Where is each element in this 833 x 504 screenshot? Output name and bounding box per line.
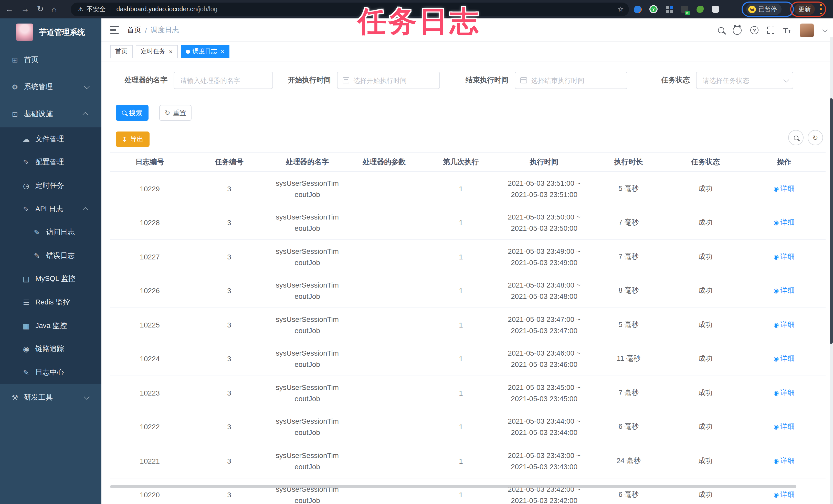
filter-input-box[interactable] — [696, 72, 793, 89]
home-icon[interactable]: ⌂ — [51, 5, 57, 14]
cell-handler-name: sysUserSessionTimeoutJob — [269, 172, 346, 205]
detail-link[interactable]: ◉ 详细 — [774, 490, 795, 500]
tab-定时任务[interactable]: 定时任务 × — [136, 45, 178, 58]
tab-close-icon[interactable]: × — [221, 48, 224, 54]
sidebar-item-文件管理[interactable]: ☁ 文件管理 — [0, 127, 101, 151]
detail-link[interactable]: ◉ 详细 — [774, 354, 795, 363]
sidebar-item-Java 监控[interactable]: ▥ Java 监控 — [0, 314, 101, 337]
cell-execute-index: 1 — [423, 206, 499, 240]
execute-time-end: 2021-05-03 23:48:00 — [511, 291, 577, 302]
cell-handler-param — [346, 206, 423, 240]
filter-input-开始执行时间[interactable] — [352, 76, 434, 85]
column-header-第几次执行: 第几次执行 — [423, 153, 499, 171]
security-warning-icon[interactable]: ⚠ — [78, 6, 84, 13]
sidebar-item-链路追踪[interactable]: ◉ 链路追踪 — [0, 337, 101, 361]
detail-link[interactable]: ◉ 详细 — [774, 184, 795, 194]
tab-label: 调度日志 — [193, 47, 217, 56]
browser-address-bar[interactable]: ⚠ 不安全 dashboard.yudao.iocoder.cn/job/log… — [71, 2, 629, 16]
cell-handler-param — [346, 410, 423, 444]
detail-link[interactable]: ◉ 详细 — [774, 456, 795, 465]
vertical-scrollbar-thumb[interactable] — [830, 98, 833, 344]
horizontal-scrollbar[interactable] — [110, 485, 796, 488]
sidebar-item-基础设施[interactable]: ⊡ 基础设施 — [0, 100, 101, 127]
breadcrumb-home[interactable]: 首页 — [127, 26, 141, 35]
execute-time-end: 2021-05-03 23:44:00 — [511, 427, 577, 438]
cell-status: 成功 — [668, 376, 743, 410]
detail-link[interactable]: ◉ 详细 — [774, 252, 795, 261]
refresh-table-button[interactable]: ↻ — [808, 130, 823, 145]
cell-action: ◉ 详细 — [743, 172, 826, 205]
app-logo-row[interactable]: 芋道管理系统 — [0, 19, 101, 46]
sidebar-item-API 日志[interactable]: ✎ API 日志 — [0, 198, 101, 221]
search-icon[interactable] — [718, 27, 724, 33]
sidebar-item-MySQL 监控[interactable]: ▤ MySQL 监控 — [0, 267, 101, 291]
hamburger-icon[interactable] — [110, 26, 119, 34]
reload-icon[interactable]: ↻ — [37, 5, 44, 13]
sidebar-item-日志中心[interactable]: ✎ 日志中心 — [0, 361, 101, 384]
back-icon[interactable]: ← — [5, 5, 13, 13]
sidebar-item-首页[interactable]: ⊞ 首页 — [0, 46, 101, 73]
sidebar-item-label: API 日志 — [35, 204, 84, 213]
update-chip[interactable]: 更新 — [794, 4, 815, 15]
filter-input-任务状态[interactable] — [701, 76, 781, 85]
refresh-icon: ↻ — [812, 134, 818, 142]
sidebar-item-Redis 监控[interactable]: ☰ Redis 监控 — [0, 291, 101, 314]
vertical-scrollbar-track[interactable] — [829, 37, 833, 504]
tab-调度日志[interactable]: 调度日志 × — [181, 45, 230, 58]
filter-input-处理器的名字[interactable] — [179, 76, 267, 85]
cell-status: 成功 — [668, 308, 743, 342]
page-content: 处理器的名字 开始执行时间 结束执行时间 任务状态 — [101, 61, 833, 504]
green-leaf-extension-icon[interactable] — [696, 6, 704, 13]
detail-link[interactable]: ◉ 详细 — [774, 388, 795, 398]
table-row-10223: 10223 3 sysUserSessionTimeoutJob 1 2021-… — [110, 376, 826, 410]
gray-puzzle-extension-icon[interactable] — [712, 6, 719, 13]
cell-handler-name: sysUserSessionTimeoutJob — [269, 444, 346, 478]
execute-time-end: 2021-05-03 23:51:00 — [511, 189, 577, 200]
chevron-down-icon[interactable] — [822, 27, 827, 32]
filter-input-box[interactable] — [515, 72, 627, 89]
toggle-search-button[interactable] — [788, 130, 804, 145]
tab-首页[interactable]: 首页 — [110, 45, 133, 58]
font-size-icon[interactable]: TT — [783, 26, 791, 34]
cell-status: 成功 — [668, 444, 743, 478]
table-row-10222: 10222 3 sysUserSessionTimeoutJob 1 2021-… — [110, 410, 826, 444]
cell-handler-param — [346, 478, 423, 504]
search-button[interactable]: 搜索 — [116, 105, 148, 121]
security-label: 不安全 — [87, 5, 106, 14]
sidebar-item-访问日志[interactable]: ✎ 访问日志 — [0, 221, 101, 244]
help-icon[interactable]: ? — [750, 26, 759, 34]
detail-link[interactable]: ◉ 详细 — [774, 422, 795, 432]
cell-handler-name: sysUserSessionTimeoutJob — [269, 478, 346, 504]
cell-log-id: 10220 — [110, 478, 190, 504]
filter-group: 处理器的名字 — [124, 72, 273, 89]
sidebar-item-label: 系统管理 — [24, 82, 84, 91]
user-avatar[interactable] — [800, 23, 813, 37]
cell-execute-index: 1 — [423, 478, 499, 504]
cell-handler-name: sysUserSessionTimeoutJob — [269, 376, 346, 410]
sidebar-item-系统管理[interactable]: ⚙ 系统管理 — [0, 73, 101, 100]
profile-paused-chip[interactable]: 已暂停 — [746, 4, 782, 15]
sidebar-item-研发工具[interactable]: ⚒ 研发工具 — [0, 384, 101, 411]
bookmark-star-icon[interactable]: ☆ — [617, 5, 624, 13]
detail-link[interactable]: ◉ 详细 — [774, 320, 795, 329]
green-circle-extension-icon[interactable]: y — [649, 5, 658, 13]
detail-link[interactable]: ◉ 详细 — [774, 286, 795, 296]
github-icon[interactable] — [733, 26, 742, 34]
reset-button[interactable]: ↻ 重置 — [159, 105, 192, 121]
detail-link[interactable]: ◉ 详细 — [774, 218, 795, 227]
export-button[interactable]: ↧ 导出 — [116, 131, 149, 147]
filter-input-box[interactable] — [174, 72, 273, 89]
sidebar-item-错误日志[interactable]: ✎ 错误日志 — [0, 244, 101, 267]
grid-extension-icon[interactable] — [666, 6, 673, 13]
sidebar-item-定时任务[interactable]: ◷ 定时任务 — [0, 174, 101, 197]
fullscreen-icon[interactable] — [767, 27, 775, 34]
tab-close-icon[interactable]: × — [169, 48, 173, 54]
on-badge-extension-icon[interactable] — [681, 6, 688, 13]
cell-job-id: 3 — [190, 206, 269, 240]
sidebar-item-配置管理[interactable]: ✎ 配置管理 — [0, 151, 101, 174]
forward-icon[interactable]: → — [21, 5, 29, 13]
blue-pin-extension-icon[interactable] — [634, 6, 641, 13]
browser-menu-icon[interactable] — [820, 4, 822, 14]
filter-input-结束执行时间[interactable] — [530, 76, 622, 85]
filter-input-box[interactable] — [337, 72, 440, 89]
